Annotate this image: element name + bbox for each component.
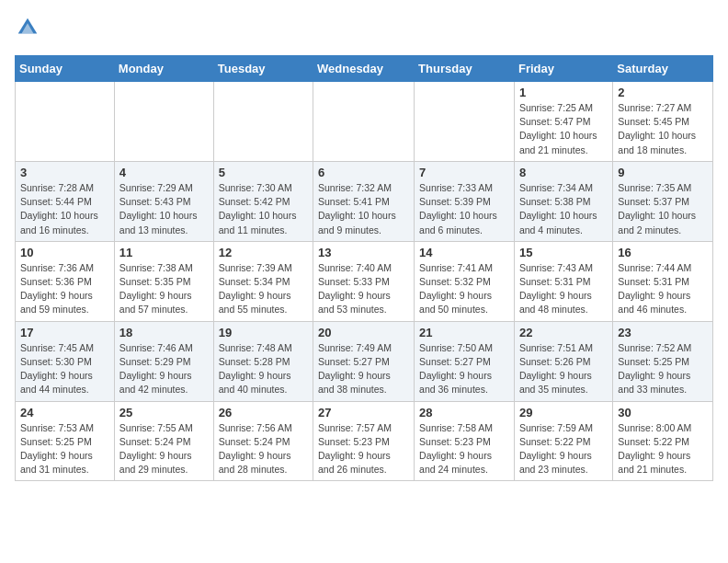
day-info: Sunrise: 7:52 AMSunset: 5:25 PMDaylight:… — [618, 341, 708, 397]
day-number: 6 — [318, 166, 409, 179]
day-info: Sunrise: 7:41 AMSunset: 5:32 PMDaylight:… — [419, 261, 509, 317]
calendar-cell: 11Sunrise: 7:38 AMSunset: 5:35 PMDayligh… — [114, 241, 213, 321]
calendar-cell: 1Sunrise: 7:25 AMSunset: 5:47 PMDaylight… — [514, 82, 612, 162]
day-info: Sunrise: 7:58 AMSunset: 5:23 PMDaylight:… — [419, 421, 509, 477]
calendar-cell: 29Sunrise: 7:59 AMSunset: 5:22 PMDayligh… — [514, 401, 612, 481]
day-number: 22 — [519, 326, 608, 339]
logo — [15, 15, 44, 44]
day-info: Sunrise: 7:49 AMSunset: 5:27 PMDaylight:… — [318, 341, 409, 397]
calendar-cell: 23Sunrise: 7:52 AMSunset: 5:25 PMDayligh… — [613, 321, 713, 401]
calendar-cell: 15Sunrise: 7:43 AMSunset: 5:31 PMDayligh… — [514, 241, 612, 321]
day-number: 9 — [618, 166, 708, 179]
header — [15, 15, 713, 44]
day-info: Sunrise: 7:55 AMSunset: 5:24 PMDaylight:… — [119, 421, 209, 477]
calendar-cell — [16, 82, 115, 162]
calendar-cell: 4Sunrise: 7:29 AMSunset: 5:43 PMDaylight… — [114, 161, 213, 241]
calendar-cell: 2Sunrise: 7:27 AMSunset: 5:45 PMDaylight… — [613, 82, 713, 162]
calendar-cell: 19Sunrise: 7:48 AMSunset: 5:28 PMDayligh… — [213, 321, 313, 401]
day-info: Sunrise: 7:38 AMSunset: 5:35 PMDaylight:… — [119, 261, 209, 317]
day-number: 24 — [20, 406, 109, 419]
calendar-cell: 12Sunrise: 7:39 AMSunset: 5:34 PMDayligh… — [213, 241, 313, 321]
dow-header: Friday — [514, 56, 612, 82]
day-info: Sunrise: 7:43 AMSunset: 5:31 PMDaylight:… — [519, 261, 608, 317]
calendar-cell: 5Sunrise: 7:30 AMSunset: 5:42 PMDaylight… — [213, 161, 313, 241]
calendar-cell: 6Sunrise: 7:32 AMSunset: 5:41 PMDaylight… — [313, 161, 415, 241]
day-number: 27 — [318, 406, 409, 419]
calendar-cell: 17Sunrise: 7:45 AMSunset: 5:30 PMDayligh… — [16, 321, 115, 401]
day-info: Sunrise: 7:34 AMSunset: 5:38 PMDaylight:… — [519, 181, 608, 237]
calendar-cell — [313, 82, 415, 162]
calendar-cell — [114, 82, 213, 162]
day-number: 3 — [20, 166, 109, 179]
day-number: 20 — [318, 326, 409, 339]
calendar-week: 1Sunrise: 7:25 AMSunset: 5:47 PMDaylight… — [16, 82, 713, 162]
dow-header: Wednesday — [313, 56, 415, 82]
day-number: 28 — [419, 406, 509, 419]
calendar-cell: 8Sunrise: 7:34 AMSunset: 5:38 PMDaylight… — [514, 161, 612, 241]
calendar-cell: 25Sunrise: 7:55 AMSunset: 5:24 PMDayligh… — [114, 401, 213, 481]
dow-header: Tuesday — [213, 56, 313, 82]
dow-header: Sunday — [16, 56, 115, 82]
day-info: Sunrise: 7:32 AMSunset: 5:41 PMDaylight:… — [318, 181, 409, 237]
day-info: Sunrise: 7:28 AMSunset: 5:44 PMDaylight:… — [20, 181, 109, 237]
day-number: 25 — [119, 406, 209, 419]
day-number: 23 — [618, 326, 708, 339]
day-info: Sunrise: 7:36 AMSunset: 5:36 PMDaylight:… — [20, 261, 109, 317]
calendar-week: 10Sunrise: 7:36 AMSunset: 5:36 PMDayligh… — [16, 241, 713, 321]
day-info: Sunrise: 7:46 AMSunset: 5:29 PMDaylight:… — [119, 341, 209, 397]
day-number: 18 — [119, 326, 209, 339]
calendar-cell: 7Sunrise: 7:33 AMSunset: 5:39 PMDaylight… — [415, 161, 515, 241]
day-number: 21 — [419, 326, 509, 339]
calendar-cell: 21Sunrise: 7:50 AMSunset: 5:27 PMDayligh… — [415, 321, 515, 401]
day-number: 17 — [20, 326, 109, 339]
calendar-cell: 26Sunrise: 7:56 AMSunset: 5:24 PMDayligh… — [213, 401, 313, 481]
day-of-week-row: SundayMondayTuesdayWednesdayThursdayFrid… — [16, 56, 713, 82]
day-number: 29 — [519, 406, 608, 419]
day-number: 13 — [318, 246, 409, 259]
day-info: Sunrise: 7:27 AMSunset: 5:45 PMDaylight:… — [618, 101, 708, 157]
calendar-cell: 30Sunrise: 8:00 AMSunset: 5:22 PMDayligh… — [613, 401, 713, 481]
day-number: 4 — [119, 166, 209, 179]
day-info: Sunrise: 7:30 AMSunset: 5:42 PMDaylight:… — [219, 181, 308, 237]
calendar-cell: 28Sunrise: 7:58 AMSunset: 5:23 PMDayligh… — [415, 401, 515, 481]
dow-header: Thursday — [415, 56, 515, 82]
day-info: Sunrise: 7:59 AMSunset: 5:22 PMDaylight:… — [519, 421, 608, 477]
calendar-cell: 18Sunrise: 7:46 AMSunset: 5:29 PMDayligh… — [114, 321, 213, 401]
calendar-cell: 13Sunrise: 7:40 AMSunset: 5:33 PMDayligh… — [313, 241, 415, 321]
day-info: Sunrise: 7:40 AMSunset: 5:33 PMDaylight:… — [318, 261, 409, 317]
day-number: 12 — [219, 246, 308, 259]
day-number: 7 — [419, 166, 509, 179]
day-info: Sunrise: 7:33 AMSunset: 5:39 PMDaylight:… — [419, 181, 509, 237]
calendar-table: SundayMondayTuesdayWednesdayThursdayFrid… — [15, 55, 713, 481]
day-info: Sunrise: 7:29 AMSunset: 5:43 PMDaylight:… — [119, 181, 209, 237]
day-number: 8 — [519, 166, 608, 179]
calendar-cell: 10Sunrise: 7:36 AMSunset: 5:36 PMDayligh… — [16, 241, 115, 321]
day-number: 16 — [618, 246, 708, 259]
calendar-cell: 16Sunrise: 7:44 AMSunset: 5:31 PMDayligh… — [613, 241, 713, 321]
day-info: Sunrise: 7:48 AMSunset: 5:28 PMDaylight:… — [219, 341, 308, 397]
calendar-cell: 20Sunrise: 7:49 AMSunset: 5:27 PMDayligh… — [313, 321, 415, 401]
day-number: 26 — [219, 406, 308, 419]
calendar-week: 3Sunrise: 7:28 AMSunset: 5:44 PMDaylight… — [16, 161, 713, 241]
day-number: 5 — [219, 166, 308, 179]
calendar-cell — [213, 82, 313, 162]
calendar-cell: 9Sunrise: 7:35 AMSunset: 5:37 PMDaylight… — [613, 161, 713, 241]
day-number: 10 — [20, 246, 109, 259]
calendar-cell: 27Sunrise: 7:57 AMSunset: 5:23 PMDayligh… — [313, 401, 415, 481]
calendar-cell — [415, 82, 515, 162]
day-number: 1 — [519, 86, 608, 99]
day-number: 30 — [618, 406, 708, 419]
dow-header: Saturday — [613, 56, 713, 82]
day-info: Sunrise: 7:39 AMSunset: 5:34 PMDaylight:… — [219, 261, 308, 317]
calendar-cell: 14Sunrise: 7:41 AMSunset: 5:32 PMDayligh… — [415, 241, 515, 321]
calendar-week: 17Sunrise: 7:45 AMSunset: 5:30 PMDayligh… — [16, 321, 713, 401]
day-info: Sunrise: 7:50 AMSunset: 5:27 PMDaylight:… — [419, 341, 509, 397]
day-number: 11 — [119, 246, 209, 259]
logo-icon — [15, 15, 40, 44]
calendar-cell: 3Sunrise: 7:28 AMSunset: 5:44 PMDaylight… — [16, 161, 115, 241]
calendar-cell: 22Sunrise: 7:51 AMSunset: 5:26 PMDayligh… — [514, 321, 612, 401]
day-info: Sunrise: 7:25 AMSunset: 5:47 PMDaylight:… — [519, 101, 608, 157]
dow-header: Monday — [114, 56, 213, 82]
day-number: 15 — [519, 246, 608, 259]
day-info: Sunrise: 7:51 AMSunset: 5:26 PMDaylight:… — [519, 341, 608, 397]
